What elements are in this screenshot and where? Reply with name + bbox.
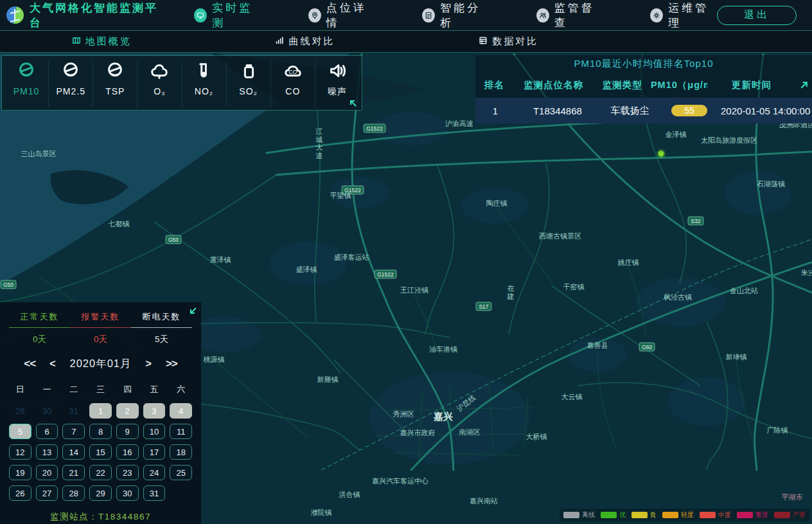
brand: 大气网格化智能监测平台: [0, 1, 161, 30]
station-marker[interactable]: [657, 149, 666, 158]
weekday-label: 二: [62, 384, 85, 395]
so2-icon: [239, 61, 258, 83]
calendar-day[interactable]: 25: [170, 465, 192, 480]
collapse-calendar-arrow-icon[interactable]: [189, 306, 198, 315]
noise-icon: [328, 61, 347, 83]
ops-icon: [650, 8, 663, 23]
next-month-button[interactable]: >: [146, 358, 152, 370]
calendar-day[interactable]: 10: [143, 424, 166, 439]
pollutant-o3[interactable]: O₃: [137, 61, 182, 107]
svg-text:G60: G60: [642, 344, 652, 350]
calendar-day[interactable]: 24: [143, 465, 166, 480]
calendar-day[interactable]: 19: [9, 465, 31, 480]
app-root: G1522G1522G1522G50G50G60S32S17 三山岛景区七都镇震…: [0, 0, 812, 524]
calendar-day[interactable]: 18: [170, 444, 192, 460]
prev-year-button[interactable]: <<: [24, 357, 35, 370]
analysis-icon: [422, 8, 435, 23]
legend-item: 重度: [737, 510, 768, 519]
pollutant-so2[interactable]: SO₂: [227, 61, 271, 107]
calendar-day[interactable]: 26: [9, 485, 31, 501]
calendar-day[interactable]: 27: [36, 485, 58, 501]
pollutant-co[interactable]: COCO: [271, 61, 315, 107]
monitor-point-dot[interactable]: [658, 151, 664, 157]
tab-data[interactable]: 数据对比: [479, 35, 538, 48]
map-tab-icon: [72, 36, 81, 48]
legend-label: 严重: [793, 510, 806, 519]
calendar-day[interactable]: 6: [36, 424, 58, 439]
map-label: 石湖荡镇: [757, 180, 785, 188]
expand-table-arrow-icon[interactable]: [796, 80, 812, 90]
stat-label: 断电天数: [131, 311, 192, 323]
pollutant-pm10[interactable]: PM10: [4, 61, 49, 107]
table-cell: 1: [475, 105, 515, 116]
map-label: 朱泾: [801, 269, 812, 276]
table-row[interactable]: 1T18344868车载扬尘552020-01-05 14:00:00: [475, 98, 812, 123]
legend-item: 严重: [774, 510, 806, 519]
nav-item-ops[interactable]: 运维管理: [650, 1, 717, 30]
calendar-day[interactable]: 17: [143, 444, 166, 460]
calendar-day[interactable]: 16: [116, 444, 139, 460]
calendar-day[interactable]: 28: [62, 485, 85, 501]
map-label: 江城大道: [315, 127, 323, 159]
pollutant-label: O₃: [154, 86, 166, 96]
calendar-day[interactable]: 21: [62, 465, 85, 480]
pollutant-label: TSP: [105, 86, 125, 96]
legend-item: 中度: [700, 510, 731, 519]
supervise-icon: [536, 8, 549, 23]
calendar-day[interactable]: 31: [143, 485, 166, 501]
pollutant-no2[interactable]: NO₂: [182, 61, 227, 107]
legend-swatch: [631, 512, 648, 518]
calendar-day[interactable]: 14: [62, 444, 85, 460]
legend-label: 中度: [718, 510, 731, 519]
calendar-day[interactable]: 15: [89, 444, 112, 460]
calendar-day[interactable]: 8: [89, 424, 112, 439]
ranking-panel: PM10最近小时均值排名Top10 排名监测点位名称监测类型PM10（μg/m更…: [475, 55, 812, 123]
stat-underline: [9, 327, 70, 328]
nav-item-analysis[interactable]: 智能分析: [422, 1, 489, 30]
calendar-day[interactable]: 23: [116, 465, 139, 480]
calendar-day[interactable]: 1: [89, 403, 112, 419]
nav-item-points[interactable]: 点位详情: [308, 1, 375, 30]
calendar-day[interactable]: 13: [36, 444, 58, 460]
calendar-day[interactable]: 3: [143, 403, 166, 419]
calendar-day[interactable]: 5: [9, 424, 31, 439]
pollutant-tsp[interactable]: TSP: [93, 61, 137, 107]
tab-map[interactable]: 地图概览: [72, 35, 132, 48]
map-label: 沪渝高速: [445, 120, 473, 127]
logout-button[interactable]: 退出: [717, 6, 797, 25]
calendar-day[interactable]: 29: [89, 485, 112, 501]
subnav-tabs: 地图概览曲线对比数据对比: [0, 35, 610, 48]
ranking-col-header: 监测类型: [594, 79, 651, 91]
calendar-day: 31: [62, 403, 85, 419]
pollutant-label: PM2.5: [56, 86, 85, 96]
aqi-legend: 离线优良轻度中度重度严重: [560, 509, 809, 521]
calendar-stat-1[interactable]: 报警天数0天: [70, 311, 131, 345]
calendar-day[interactable]: 30: [116, 485, 139, 501]
value-badge: 55: [671, 105, 707, 116]
legend-label: 优: [619, 510, 626, 519]
nav-item-label: 运维管理: [668, 1, 717, 30]
map-label: 姚庄镇: [618, 258, 639, 266]
calendar-day: 30: [36, 403, 58, 419]
pollutant-pm25[interactable]: PM2.5: [49, 61, 93, 107]
calendar-day[interactable]: 7: [62, 424, 85, 439]
prev-month-button[interactable]: <: [49, 358, 55, 370]
calendar-weekdays: 日一二三四五六: [9, 384, 192, 395]
next-year-button[interactable]: >>: [166, 357, 177, 370]
nav-item-label: 监管督查: [554, 1, 603, 30]
calendar-day[interactable]: 4: [170, 403, 192, 419]
calendar-day[interactable]: 11: [170, 424, 192, 439]
nav-item-supervise[interactable]: 监管督查: [536, 1, 603, 30]
calendar-day[interactable]: 12: [9, 444, 31, 460]
nav-item-realtime[interactable]: 实时监测: [194, 1, 261, 30]
calendar-stat-0[interactable]: 正常天数0天: [9, 311, 70, 345]
calendar-day[interactable]: 2: [116, 403, 139, 419]
pollutant-label: NO₂: [195, 86, 213, 96]
calendar-day[interactable]: 22: [89, 465, 112, 480]
calendar-stat-2[interactable]: 断电天数5天: [131, 311, 192, 345]
collapse-pollutant-arrow-icon[interactable]: [349, 99, 358, 108]
calendar-day[interactable]: 20: [36, 465, 58, 480]
legend-swatch: [563, 512, 579, 518]
calendar-day[interactable]: 9: [116, 424, 139, 439]
tab-curve[interactable]: 曲线对比: [275, 35, 335, 48]
